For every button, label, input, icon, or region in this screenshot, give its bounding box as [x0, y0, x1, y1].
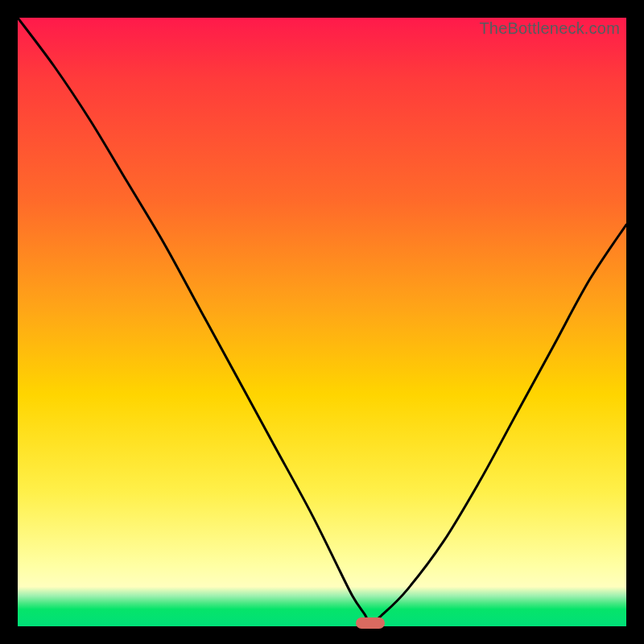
chart-frame: TheBottleneck.com	[0, 0, 644, 644]
watermark-text: TheBottleneck.com	[479, 19, 620, 38]
plot-area: TheBottleneck.com	[18, 18, 626, 626]
bottleneck-curve	[18, 18, 626, 626]
curve-path	[18, 18, 626, 623]
minimum-marker	[356, 617, 385, 629]
